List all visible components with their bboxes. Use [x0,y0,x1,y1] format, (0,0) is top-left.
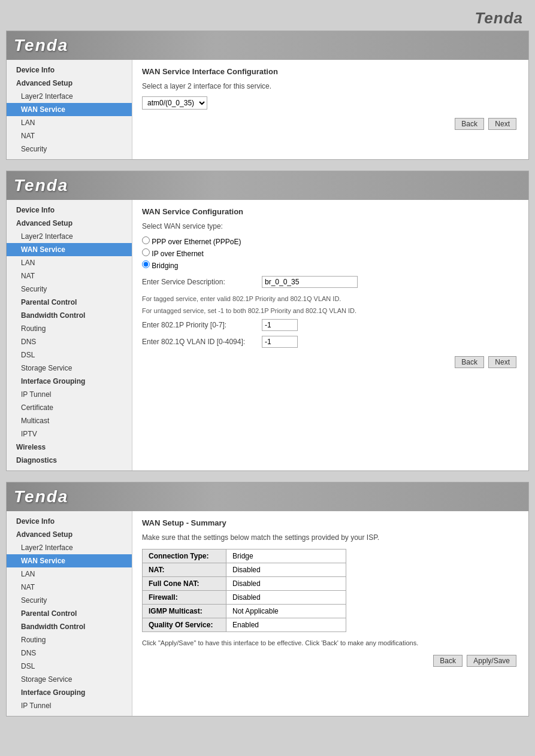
panel-2-body: Device Info Advanced Setup Layer2 Interf… [7,200,528,470]
sidebar-item-nat-1[interactable]: NAT [7,129,132,142]
panel-3-desc: Make sure that the settings below match … [142,533,519,542]
sidebar3-device-info[interactable]: Device Info [7,515,132,528]
panel-3-body: Device Info Advanced Setup Layer2 Interf… [7,511,528,716]
sidebar2-storage[interactable]: Storage Service [7,362,132,375]
sidebar3-ip-tunnel[interactable]: IP Tunnel [7,699,132,712]
sidebar-item-lan-1[interactable]: LAN [7,116,132,129]
service-desc-row: Enter Service Description: [142,276,519,288]
panel-1-body: Device Info Advanced Setup Layer2 Interf… [7,60,528,159]
panel-2-back-button[interactable]: Back [455,356,484,368]
sidebar-item-advanced-setup-1[interactable]: Advanced Setup [7,77,132,90]
panel-2-sidebar: Device Info Advanced Setup Layer2 Interf… [7,200,132,470]
sidebar3-storage[interactable]: Storage Service [7,673,132,686]
table-val-fullcone: Disabled [226,577,346,591]
panel-3-apply-button[interactable]: Apply/Save [467,655,516,667]
panel-2-btn-row: Back Next [142,356,519,368]
sidebar3-interface-grouping[interactable]: Interface Grouping [7,686,132,699]
radio-group: PPP over Ethernet (PPPoE) IP over Ethern… [142,236,519,270]
panel-1-main: WAN Service Interface Configuration Sele… [132,60,528,159]
sidebar2-multicast[interactable]: Multicast [7,414,132,427]
radio-bridging-text: Bridging [152,262,178,270]
panel-3-header: Tenda [7,482,528,511]
sidebar3-routing[interactable]: Routing [7,633,132,646]
table-row: Connection Type: Bridge [143,549,346,563]
info-text-1: For tagged service, enter valid 802.1P P… [142,295,519,302]
radio-ipoe-text: IP over Ethernet [152,250,204,258]
sidebar2-dns[interactable]: DNS [7,335,132,348]
radio-pppoe-label[interactable]: PPP over Ethernet (PPPoE) [142,236,519,246]
page-wrapper: Tenda Tenda Device Info Advanced Setup L… [0,0,535,733]
note-text: Click "Apply/Save" to have this interfac… [142,639,519,646]
sidebar-item-layer2-1[interactable]: Layer2 Interface [7,90,132,103]
top-right-logo: Tenda [6,6,529,31]
sidebar-item-wan-service-1[interactable]: WAN Service [7,103,132,116]
priority-label: Enter 802.1P Priority [0-7]: [142,321,262,329]
sidebar-item-security-1[interactable]: Security [7,142,132,156]
sidebar-item-device-info-1[interactable]: Device Info [7,63,132,77]
sidebar2-dsl[interactable]: DSL [7,348,132,362]
table-row: Full Cone NAT: Disabled [143,577,346,591]
radio-pppoe[interactable] [142,236,150,244]
panel-2-next-button[interactable]: Next [488,356,516,368]
sidebar2-wireless[interactable]: Wireless [7,441,132,454]
sidebar2-certificate[interactable]: Certificate [7,401,132,414]
table-key-igmp: IGMP Multicast: [143,605,226,618]
table-val-qos: Enabled [226,618,346,632]
table-key-nat: NAT: [143,563,226,577]
table-val-nat: Disabled [226,563,346,577]
radio-ipoe-label[interactable]: IP over Ethernet [142,248,519,258]
table-val-connection: Bridge [226,549,346,563]
radio-bridging-label[interactable]: Bridging [142,260,519,270]
sidebar2-lan[interactable]: LAN [7,256,132,269]
sidebar3-wan-service[interactable]: WAN Service [7,554,132,567]
sidebar2-parental[interactable]: Parental Control [7,296,132,309]
sidebar2-device-info[interactable]: Device Info [7,204,132,217]
table-row: IGMP Multicast: Not Applicable [143,605,346,618]
table-val-firewall: Disabled [226,591,346,605]
radio-bridging[interactable] [142,260,150,268]
panel-2-header: Tenda [7,171,528,200]
service-desc-label: Enter Service Description: [142,278,262,286]
sidebar3-advanced-setup[interactable]: Advanced Setup [7,528,132,541]
sidebar3-nat[interactable]: NAT [7,581,132,594]
tenda-logo-2: Tenda [14,176,68,195]
sidebar2-diagnostics[interactable]: Diagnostics [7,454,132,467]
service-desc-input[interactable] [262,276,358,288]
sidebar2-bandwidth[interactable]: Bandwidth Control [7,309,132,322]
panel-2-main: WAN Service Configuration Select WAN ser… [132,200,528,470]
sidebar2-iptv[interactable]: IPTV [7,427,132,441]
panel-1-back-button[interactable]: Back [455,118,484,130]
layer2-interface-select[interactable]: atm0/(0_0_35) [142,96,207,110]
sidebar2-nat[interactable]: NAT [7,269,132,283]
priority-row: Enter 802.1P Priority [0-7]: [142,319,519,331]
sidebar2-wan-service[interactable]: WAN Service [7,243,132,256]
tenda-logo-3: Tenda [14,487,68,506]
sidebar3-security[interactable]: Security [7,594,132,607]
radio-ipoe[interactable] [142,248,150,256]
panel-3-main: WAN Setup - Summary Make sure that the s… [132,511,528,716]
sidebar2-advanced-setup[interactable]: Advanced Setup [7,217,132,230]
summary-table: Connection Type: Bridge NAT: Disabled Fu… [142,549,346,632]
sidebar3-parental[interactable]: Parental Control [7,607,132,620]
sidebar2-ip-tunnel[interactable]: IP Tunnel [7,388,132,401]
priority-input[interactable] [262,319,298,331]
panel-3: Tenda Device Info Advanced Setup Layer2 … [6,482,529,716]
sidebar3-dsl[interactable]: DSL [7,660,132,673]
sidebar2-layer2[interactable]: Layer2 Interface [7,230,132,243]
panel-3-btn-row: Back Apply/Save [142,655,519,667]
tenda-logo-1: Tenda [14,36,68,55]
vlan-row: Enter 802.1Q VLAN ID [0-4094]: [142,336,519,348]
sidebar2-interface-grouping[interactable]: Interface Grouping [7,375,132,388]
panel-3-back-button[interactable]: Back [433,655,463,667]
radio-pppoe-text: PPP over Ethernet (PPPoE) [152,238,241,246]
table-key-firewall: Firewall: [143,591,226,605]
sidebar3-dns[interactable]: DNS [7,646,132,660]
sidebar3-layer2[interactable]: Layer2 Interface [7,541,132,554]
sidebar2-security[interactable]: Security [7,283,132,296]
vlan-input[interactable] [262,336,298,348]
sidebar3-lan[interactable]: LAN [7,567,132,581]
panel-2-title: WAN Service Configuration [142,207,519,216]
sidebar2-routing[interactable]: Routing [7,322,132,335]
sidebar3-bandwidth[interactable]: Bandwidth Control [7,620,132,633]
panel-1-next-button[interactable]: Next [488,118,516,130]
